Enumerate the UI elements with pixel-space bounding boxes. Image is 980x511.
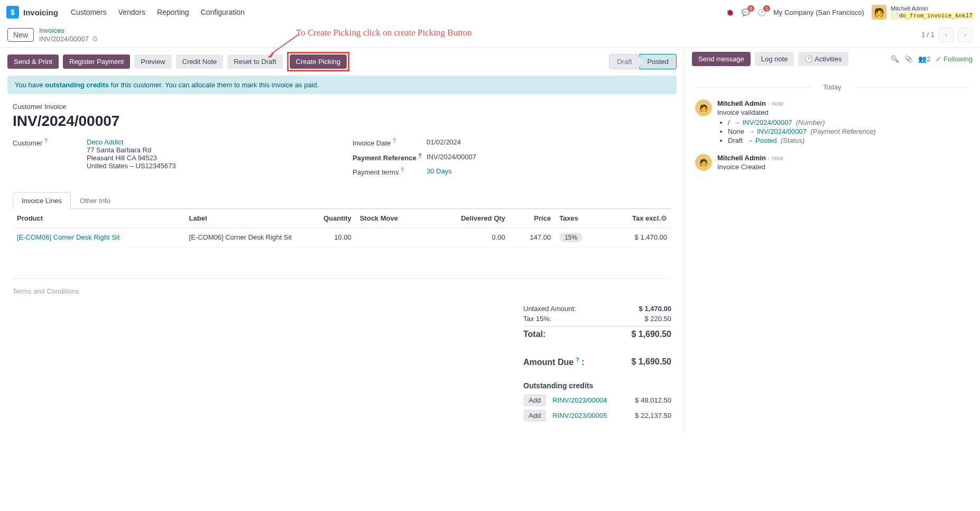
track-link[interactable]: Posted [755,136,776,144]
due-value: $ 1,690.50 [631,357,671,367]
msg-author[interactable]: Mitchell Admin [717,99,766,107]
customer-addr3: United States – US12345673 [87,162,175,170]
avatar: 🧑 [695,154,712,171]
user-menu[interactable]: 🧑 Mitchell Admin 📄do_from_invoice_knk17 [872,5,974,20]
credit-ref-link[interactable]: RINV/2023/00005 [552,412,628,419]
register-payment-button[interactable]: Register Payment [63,54,130,69]
add-credit-button[interactable]: Add [523,394,546,406]
payment-ref-value[interactable]: INV/2024/00007 [427,153,671,161]
pager-prev[interactable]: ‹ [939,28,954,42]
tabs: Invoice Lines Other Info [13,192,671,209]
tax-label: Tax 15%: [523,315,551,323]
tax-value: $ 220.50 [644,315,671,323]
pager-next[interactable]: › [958,28,973,42]
nav-configuration[interactable]: Configuration [201,8,245,16]
control-bar: New Invoices INV/2024/00007 ⚙ 1 / 1 ‹ › [0,24,980,47]
payment-ref-label: Payment Reference [353,154,417,162]
table-empty-row [13,247,671,279]
line-tax-pill[interactable]: 15% [559,233,583,242]
send-print-button[interactable]: Send & Print [7,54,59,69]
form-area: Send & Print Register Payment Preview Cr… [0,48,684,433]
app-icon[interactable]: $ [6,6,19,19]
customer-label: Customer [13,140,42,148]
line-price[interactable]: 147.00 [510,228,555,247]
payment-terms-value[interactable]: 30 Days [427,167,452,175]
chatter-panel: Send message Log note 🕐 Activities 🔍 📎 👥… [684,48,980,433]
breadcrumb-root[interactable]: Invoices [39,26,98,35]
stage-draft[interactable]: Draft [609,54,639,69]
col-product[interactable]: Product [13,209,185,228]
search-icon[interactable]: 🔍 [891,55,899,63]
credit-note-button[interactable]: Credit Note [176,54,224,69]
nav-customers[interactable]: Customers [71,8,107,16]
tab-other-info[interactable]: Other Info [71,192,119,209]
line-label[interactable]: [E-COM06] Corner Desk Right Sit [185,228,300,247]
line-quantity[interactable]: 10.00 [299,228,355,247]
nav-vendors[interactable]: Vendors [118,8,145,16]
tab-invoice-lines[interactable]: Invoice Lines [13,192,71,209]
col-price[interactable]: Price [510,209,555,228]
outstanding-credits-link[interactable]: outstanding credits [45,81,109,89]
help-icon[interactable]: ? [418,153,421,159]
activities-button[interactable]: 🕐 Activities [798,52,848,66]
col-taxes[interactable]: Taxes [555,209,604,228]
outstanding-alert: You have outstanding credits for this cu… [7,76,677,94]
due-label: Amount Due [523,358,574,367]
help-icon[interactable]: ? [576,357,579,363]
msg-time: - now [768,100,783,107]
help-icon[interactable]: ? [44,138,48,144]
messages-icon[interactable]: 💬8 [742,8,750,16]
invoice-lines-table: Product Label Quantity Stock Move Delive… [13,209,671,279]
help-icon[interactable]: ? [401,167,404,173]
credit-ref-link[interactable]: RINV/2023/00004 [552,396,628,404]
bug-icon[interactable]: 🐞 [726,8,734,16]
line-stock-move[interactable] [356,228,428,247]
form-sheet: Customer Invoice INV/2024/00007 Customer… [0,94,684,433]
nav-reporting[interactable]: Reporting [157,8,189,16]
outstanding-title: Outstanding credits [523,381,671,390]
track-link[interactable]: INV/2024/00007 [742,118,792,126]
log-note-button[interactable]: Log note [755,52,794,66]
col-delivered-qty[interactable]: Delivered Qty [428,209,510,228]
col-tax-excl: Tax excl. ⚙ [604,209,671,228]
msg-time: - now [768,154,783,162]
user-name: Mitchell Admin [891,5,974,12]
invoice-title: INV/2024/00007 [13,113,671,130]
chatter-message: 🧑 Mitchell Admin - now Invoice validated… [695,99,969,145]
help-icon[interactable]: ? [393,138,396,144]
terms-placeholder[interactable]: Terms and Conditions [13,287,671,295]
preview-button[interactable]: Preview [134,54,171,69]
track-link[interactable]: INV/2024/00007 [757,127,807,135]
status-bar: Send & Print Register Payment Preview Cr… [0,48,684,76]
following-button[interactable]: ✓ Following [936,55,973,63]
company-selector[interactable]: My Company (San Francisco) [773,8,864,16]
table-row[interactable]: [E-COM06] Corner Desk Right Sit [E-COM06… [13,228,671,247]
send-message-button[interactable]: Send message [692,52,751,66]
optional-cols-icon[interactable]: ⚙ [661,214,667,222]
chatter-date-sep: Today [695,83,969,91]
app-title[interactable]: Invoicing [23,8,58,17]
followers-count[interactable]: 👥2 [918,55,930,63]
payment-terms-label: Payment terms [353,168,399,176]
annotation-text: To Create Picking click on create Pickin… [296,28,472,38]
attachment-icon[interactable]: 📎 [904,55,913,63]
activities-icon[interactable]: 🕐1 [757,8,766,16]
msg-subject: Invoice validated [717,108,969,116]
add-credit-button[interactable]: Add [523,409,546,422]
line-product-link[interactable]: [E-COM06] Corner Desk Right Sit [17,233,119,241]
top-nav: $ Invoicing Customers Vendors Reporting … [0,0,980,24]
invoice-date-label: Invoice Date [353,140,391,148]
customer-addr1: 77 Santa Barbara Rd [87,146,151,154]
customer-link[interactable]: Deco Addict [87,138,123,146]
new-button[interactable]: New [7,28,34,42]
col-stock-move[interactable]: Stock Move [356,209,428,228]
msg-author[interactable]: Mitchell Admin [717,154,766,162]
line-tax-excl: $ 1,470.00 [604,228,671,247]
gear-icon[interactable]: ⚙ [92,35,98,43]
line-delivered-qty[interactable]: 0.00 [428,228,510,247]
invoice-date-value[interactable]: 01/02/2024 [427,138,671,146]
annotation-arrow-icon [267,32,304,58]
col-quantity[interactable]: Quantity [299,209,355,228]
chatter-message: 🧑 Mitchell Admin - now Invoice Created [695,154,969,171]
col-label[interactable]: Label [185,209,300,228]
